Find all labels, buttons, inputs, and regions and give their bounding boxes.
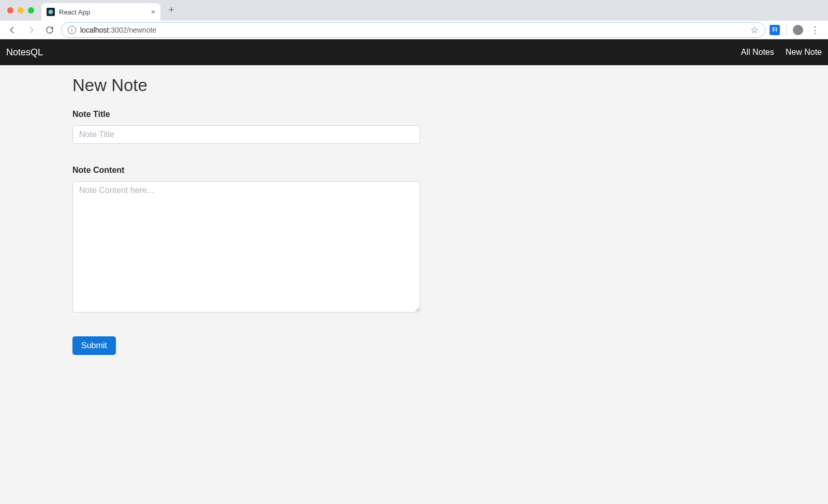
nav-link-all-notes[interactable]: All Notes [741, 48, 774, 57]
arrow-right-icon [26, 25, 36, 35]
bookmark-star-icon[interactable]: ☆ [750, 24, 759, 36]
page-title: New Note [72, 76, 420, 95]
page-body: New Note Note Title Note Content Submit [0, 65, 828, 504]
tab-title: React App [59, 8, 147, 16]
reload-icon [45, 25, 54, 35]
site-info-icon[interactable]: i [68, 26, 76, 34]
window-close-button[interactable] [7, 7, 13, 13]
note-title-label: Note Title [72, 110, 420, 119]
new-tab-button[interactable]: + [164, 3, 180, 18]
forward-button[interactable] [24, 23, 38, 37]
url-host: localhost [80, 26, 109, 34]
browser-tab-active[interactable]: React App × [41, 3, 160, 21]
note-content-group: Note Content [72, 166, 420, 315]
submit-button[interactable]: Submit [72, 336, 116, 355]
address-bar[interactable]: i localhost:3002/newnote ☆ [61, 22, 765, 38]
window-minimize-button[interactable] [18, 7, 24, 13]
extension-badge[interactable]: FI [770, 25, 780, 35]
note-content-textarea[interactable] [72, 181, 420, 313]
note-content-label: Note Content [72, 166, 420, 175]
browser-toolbar: i localhost:3002/newnote ☆ FI ⋮ [0, 21, 828, 39]
form-container: New Note Note Title Note Content Submit [72, 65, 420, 355]
note-title-input[interactable] [72, 125, 420, 144]
app-navbar: NotesQL All Notes New Note [0, 39, 828, 65]
tab-close-icon[interactable]: × [151, 8, 155, 16]
window-maximize-button[interactable] [28, 7, 34, 13]
back-button[interactable] [5, 23, 20, 37]
browser-menu-button[interactable]: ⋮ [807, 24, 823, 36]
note-title-group: Note Title [72, 110, 420, 144]
reload-button[interactable] [42, 23, 57, 37]
nav-link-new-note[interactable]: New Note [786, 48, 822, 57]
brand-logo[interactable]: NotesQL [6, 47, 43, 58]
nav-links: All Notes New Note [741, 48, 822, 57]
profile-avatar[interactable] [793, 25, 803, 35]
toolbar-separator [786, 25, 787, 35]
url-path: :3002/newnote [109, 26, 156, 34]
url-text: localhost:3002/newnote [80, 26, 746, 34]
react-favicon-icon [47, 8, 55, 16]
tab-region: React App × + [41, 0, 180, 21]
browser-tab-strip: React App × + [0, 0, 828, 21]
window-controls [7, 7, 34, 13]
arrow-left-icon [8, 25, 17, 35]
